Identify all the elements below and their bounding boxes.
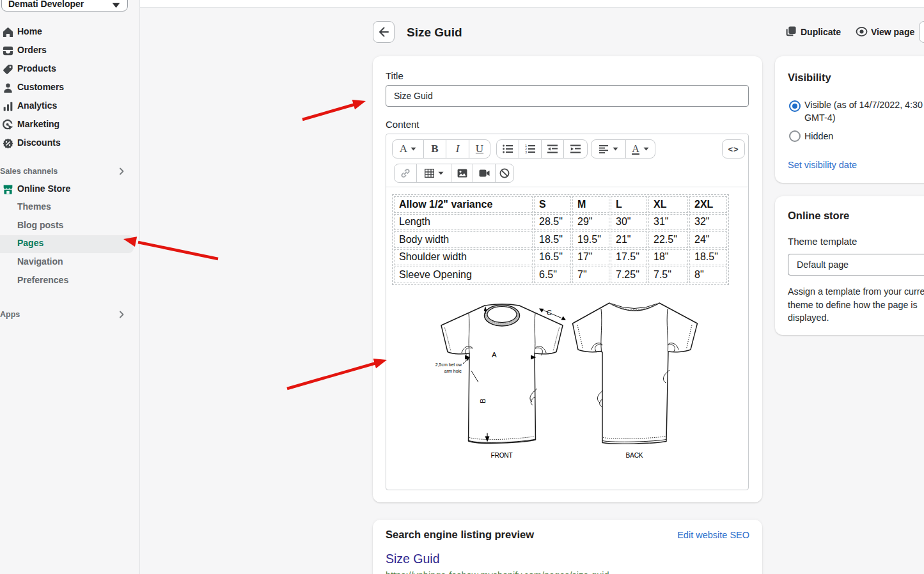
svg-text:3: 3 bbox=[525, 150, 527, 153]
svg-text:A: A bbox=[492, 351, 497, 359]
svg-text:FRONT: FRONT bbox=[490, 452, 512, 459]
svg-text:BACK: BACK bbox=[626, 452, 643, 459]
svg-text:2,5cm bel ow: 2,5cm bel ow bbox=[435, 362, 462, 367]
svg-text:arm hole: arm hole bbox=[444, 369, 462, 373]
svg-text:B: B bbox=[479, 398, 487, 403]
